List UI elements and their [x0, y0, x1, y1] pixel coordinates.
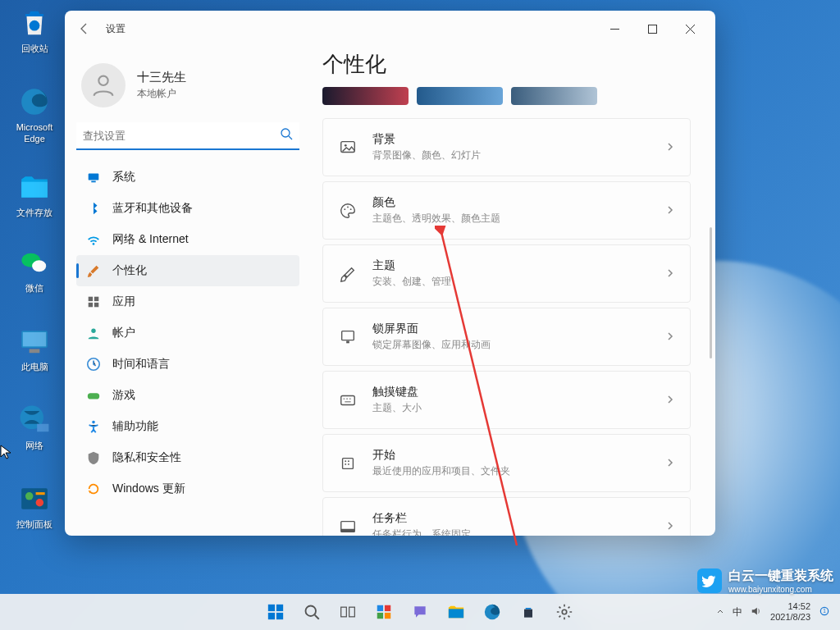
svg-rect-17	[91, 181, 95, 183]
search-input[interactable]	[83, 130, 280, 142]
sidebar-item-brush[interactable]: 个性化	[76, 255, 299, 286]
user-type: 本地帐户	[137, 87, 186, 101]
sidebar-item-game[interactable]: 游戏	[76, 380, 299, 411]
scrollbar[interactable]	[710, 227, 712, 358]
svg-point-12	[36, 499, 44, 507]
svg-rect-6	[30, 349, 40, 354]
sidebar-item-bluetooth[interactable]: 蓝牙和其他设备	[76, 193, 299, 224]
game-icon	[86, 388, 101, 403]
nav-label: 隐私和安全性	[112, 450, 181, 465]
sidebar-item-update[interactable]: Windows 更新	[76, 473, 299, 504]
accessibility-icon	[86, 419, 101, 434]
nav-label: 蓝牙和其他设备	[112, 201, 193, 216]
svg-rect-41	[341, 528, 355, 532]
settings-card-picture[interactable]: 背景背景图像、颜色、幻灯片	[322, 118, 691, 176]
card-title: 任务栏	[372, 511, 651, 526]
sidebar-item-account[interactable]: 帐户	[76, 317, 299, 349]
maximize-button[interactable]	[633, 16, 671, 42]
svg-rect-50	[377, 605, 383, 611]
file-explorer[interactable]	[440, 596, 472, 628]
sidebar-item-wifi[interactable]: 网络 & Internet	[76, 224, 299, 255]
store[interactable]	[512, 596, 545, 628]
widgets[interactable]	[368, 596, 400, 628]
search-box[interactable]	[76, 122, 299, 150]
theme-thumb[interactable]	[322, 87, 409, 105]
svg-rect-22	[94, 303, 98, 307]
svg-rect-45	[268, 613, 275, 619]
desktop-icon-recycle-bin[interactable]: 回收站	[7, 7, 62, 54]
svg-rect-21	[89, 303, 93, 307]
sidebar-item-time[interactable]: 时间和语言	[76, 349, 299, 380]
task-view[interactable]	[331, 596, 364, 628]
sidebar-item-system[interactable]: 系统	[76, 162, 299, 193]
svg-point-55	[562, 609, 567, 614]
card-title: 触摸键盘	[372, 385, 651, 399]
minimize-button[interactable]	[596, 16, 633, 42]
sidebar-item-accessibility[interactable]: 辅助功能	[76, 411, 299, 442]
page-heading: 个性化	[322, 50, 691, 79]
svg-rect-19	[89, 297, 93, 301]
nav-label: 个性化	[112, 263, 147, 278]
taskbar-search[interactable]	[295, 596, 328, 628]
chevron-right-icon	[665, 267, 675, 281]
sidebar-item-privacy[interactable]: 隐私和安全性	[76, 442, 299, 473]
settings-card-keyboard[interactable]: 触摸键盘主题、大小	[322, 371, 691, 429]
desktop-icon-network[interactable]: 网络	[7, 404, 62, 451]
close-button[interactable]	[671, 16, 709, 42]
settings-card-lock[interactable]: 锁屏界面锁定屏幕图像、应用和动画	[322, 308, 691, 366]
avatar	[81, 63, 126, 107]
system-clock[interactable]: 14:52 2021/8/23	[770, 601, 810, 623]
privacy-icon	[86, 450, 101, 465]
card-desc: 任务栏行为、系统固定	[372, 527, 651, 536]
svg-point-47	[306, 606, 317, 617]
notifications-icon[interactable]: 1	[819, 605, 830, 619]
start-button[interactable]	[259, 596, 292, 628]
card-desc: 最近使用的应用和项目、文件夹	[372, 464, 651, 478]
svg-rect-16	[89, 174, 99, 180]
svg-text:1: 1	[823, 608, 826, 614]
settings-card-palette[interactable]: 颜色主题色、透明效果、颜色主题	[322, 181, 691, 240]
lock-icon	[338, 327, 358, 347]
svg-rect-11	[36, 492, 45, 495]
nav-label: 帐户	[112, 326, 135, 340]
svg-rect-49	[349, 607, 355, 617]
settings-card-start[interactable]: 开始最近使用的应用和项目、文件夹	[322, 434, 691, 492]
chevron-right-icon	[665, 140, 675, 155]
svg-point-26	[92, 421, 95, 424]
edge-taskbar[interactable]	[476, 596, 509, 628]
user-block[interactable]: 十三先生 本地帐户	[76, 53, 299, 122]
svg-point-18	[93, 243, 95, 245]
settings-card-brush2[interactable]: 主题安装、创建、管理	[322, 244, 691, 303]
taskbar: 中 14:52 2021/8/23 1	[0, 594, 840, 630]
theme-thumb[interactable]	[417, 87, 503, 105]
window-title: 设置	[106, 22, 126, 36]
bluetooth-icon	[86, 201, 101, 216]
ime-icon[interactable]: 中	[733, 605, 742, 619]
settings-taskbar[interactable]	[548, 596, 581, 628]
sidebar-item-apps[interactable]: 应用	[76, 286, 299, 317]
volume-icon[interactable]	[751, 605, 762, 619]
svg-rect-13	[648, 25, 656, 33]
chat[interactable]	[404, 596, 436, 628]
desktop-icon-files[interactable]: 文件存放	[7, 171, 62, 218]
desktop-icon-wechat[interactable]: 微信	[7, 246, 62, 294]
nav-label: 应用	[112, 294, 135, 309]
main-content: 个性化 背景背景图像、颜色、幻灯片颜色主题色、透明效果、颜色主题主题安装、创建、…	[311, 47, 715, 536]
desktop-icon-this-pc[interactable]: 此电脑	[7, 325, 62, 372]
svg-rect-9	[21, 488, 48, 509]
nav-label: 系统	[112, 170, 135, 185]
settings-card-taskbar[interactable]: 任务栏任务栏行为、系统固定	[322, 497, 691, 536]
theme-thumbnails	[322, 87, 691, 105]
desktop-icon-control-panel[interactable]: 控制面板	[7, 482, 62, 530]
back-button[interactable]	[71, 16, 98, 42]
card-desc: 主题、大小	[372, 401, 651, 415]
apps-icon	[86, 294, 101, 309]
card-title: 锁屏界面	[372, 322, 651, 336]
theme-thumb[interactable]	[511, 87, 597, 105]
desktop-icon-edge[interactable]: Microsoft Edge	[7, 85, 62, 145]
svg-rect-52	[377, 613, 383, 619]
nav-label: 辅助功能	[112, 419, 158, 434]
svg-point-3	[32, 260, 46, 272]
user-name: 十三先生	[137, 70, 186, 85]
tray-chevron-icon[interactable]	[716, 607, 724, 617]
